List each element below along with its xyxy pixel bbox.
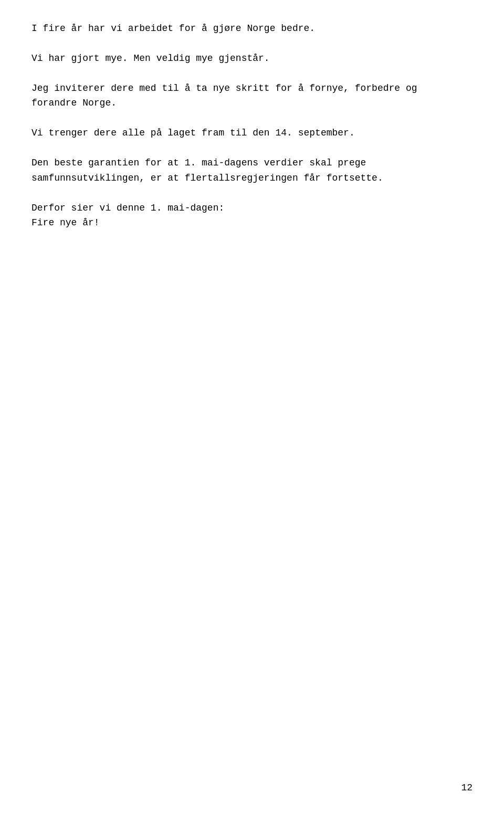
paragraph-2: Vi har gjort mye. Men veldig mye gjenstå… <box>32 51 462 66</box>
paragraph-4: Vi trenger dere alle på laget fram til d… <box>32 126 462 141</box>
paragraph-6: Derfor sier vi denne 1. mai-dagen:Fire n… <box>32 201 462 231</box>
page-container: I fire år har vi arbeidet for å gjøre No… <box>0 0 504 814</box>
page-number: 12 <box>461 782 472 793</box>
paragraph-5: Den beste garantien for at 1. mai-dagens… <box>32 155 462 186</box>
paragraph-3: Jeg inviterer dere med til å ta nye skri… <box>32 81 462 111</box>
paragraph-1: I fire år har vi arbeidet for å gjøre No… <box>32 21 462 36</box>
